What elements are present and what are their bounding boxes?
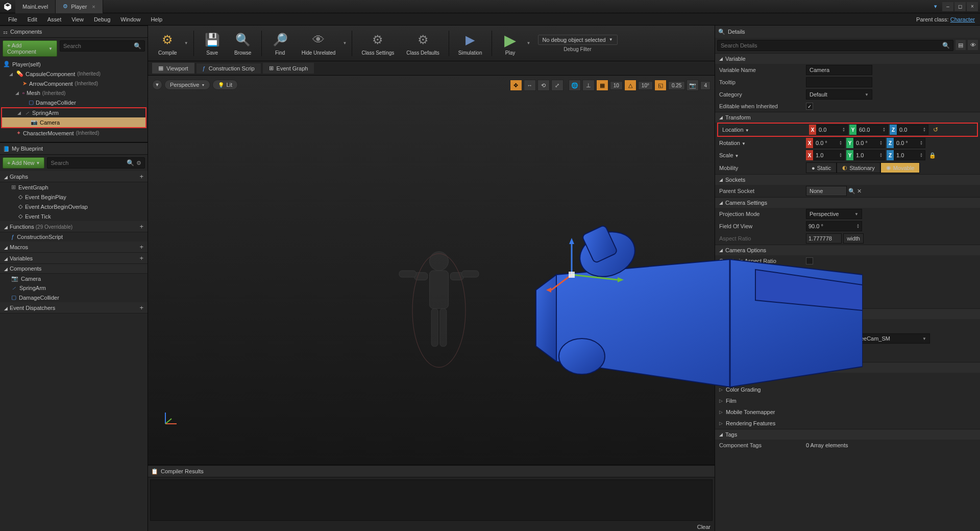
add-variable-button[interactable]: + [139,254,143,262]
rotation-y-input[interactable]: 0.0 °▲▼ [853,138,885,148]
browse-button[interactable]: 🔍Browse [229,29,257,58]
clear-socket-icon[interactable]: ✕ [857,188,862,195]
compiler-output[interactable] [150,479,713,521]
parent-socket-input[interactable] [806,186,847,196]
grid-snap-value[interactable]: 10 [610,81,623,90]
find-button[interactable]: 🔎Find [266,29,295,58]
search-input[interactable] [63,43,134,49]
category-camera-settings[interactable]: ◢Camera Settings [715,197,980,208]
editable-checkbox[interactable] [806,103,813,110]
grid-snap-button[interactable]: ▦ [596,80,608,91]
simulation-button[interactable]: ▶Simulation [453,29,487,58]
compile-dropdown[interactable]: ▼ [184,41,189,45]
tree-item-damagecollider[interactable]: ▢ DamageCollider [0,98,148,107]
expand-icon[interactable]: ◢ [17,110,22,115]
details-search[interactable]: 🔍 [717,40,953,51]
tab-eventgraph[interactable]: ⊞Event Graph [263,63,314,74]
play-button[interactable]: ▶Play [496,29,525,58]
scale-x-input[interactable]: 1.0▲▼ [813,150,845,160]
menu-debug[interactable]: Debug [89,15,115,24]
tree-item-camera[interactable]: 📷 Camera [2,117,145,127]
bp-var-camera[interactable]: 📷Camera [0,274,148,283]
search-socket-icon[interactable]: 🔍 [848,188,855,195]
add-component-button[interactable]: + Add Component▼ [3,40,57,57]
category-variable[interactable]: ◢Variable [715,53,980,64]
property-matrix-button[interactable]: ▤ [955,40,966,50]
search-input[interactable] [721,42,942,49]
pp-rendering-features[interactable]: ▷Rendering Features [715,418,980,429]
search-input[interactable] [51,160,127,166]
bp-var-springarm[interactable]: ⟋SpringArm [0,283,148,293]
settings-icon[interactable]: ⚙ [136,160,141,166]
add-graph-button[interactable]: + [139,173,143,180]
section-variables[interactable]: ◢Variables + [0,253,148,264]
section-functions[interactable]: ◢Functions (29 Overridable) + [0,221,148,232]
tree-item-capsule[interactable]: ◢ 💊 CapsuleComponent (Inherited) [0,69,148,79]
tree-item-charactermovement[interactable]: ✦ CharacterMovement (Inherited) [0,128,148,138]
maximize-button[interactable]: ◻ [954,2,966,11]
menu-edit[interactable]: Edit [22,15,42,24]
close-icon[interactable]: × [92,4,95,10]
tab-construction[interactable]: ƒConstruction Scrip [197,63,261,74]
category-tags[interactable]: ◢Tags [715,429,980,440]
angle-snap-value[interactable]: 10° [638,81,653,90]
tab-viewport[interactable]: ▦Viewport [152,63,194,74]
bp-constructionscript[interactable]: ƒConstructionScript [0,232,148,242]
rotation-z-input[interactable]: 0.0 °▲▼ [894,138,925,148]
tree-item-arrow[interactable]: ➤ ArrowComponent (Inherited) [0,79,148,88]
rotate-mode-button[interactable]: ⟲ [537,80,550,91]
category-sockets[interactable]: ◢Sockets [715,174,980,185]
lock-scale-icon[interactable]: 🔒 [929,152,936,159]
section-graphs[interactable]: ◢Graphs + [0,171,148,182]
location-z-input[interactable]: 0.0▲▼ [897,125,928,135]
menu-file[interactable]: File [3,15,22,24]
translate-mode-button[interactable]: ↔ [524,80,536,91]
scale-z-input[interactable]: 1.0▲▼ [894,150,925,160]
reset-location-button[interactable]: ↺ [933,126,938,133]
save-button[interactable]: 💾Save [198,29,227,58]
class-defaults-button[interactable]: ⚙Class Defaults [401,29,444,58]
section-macros[interactable]: ◢Macros + [0,242,148,253]
add-dispatcher-button[interactable]: + [139,304,143,311]
visibility-button[interactable]: 👁 [968,40,978,50]
angle-snap-button[interactable]: △ [624,80,636,91]
select-mode-button[interactable]: ✥ [510,80,522,91]
bp-event-beginplay[interactable]: ◇Event BeginPlay [0,192,148,202]
scale-mode-button[interactable]: ⤢ [551,80,564,91]
tab-mainlevel[interactable]: MainLevel [15,0,56,13]
play-dropdown[interactable]: ▼ [527,41,532,45]
menu-window[interactable]: Window [115,15,145,24]
menu-help[interactable]: Help [145,15,167,24]
tooltip-input[interactable] [806,77,872,87]
viewport-options-button[interactable]: ▼ [152,80,162,90]
mobility-stationary-button[interactable]: ◐Stationary [837,162,880,173]
scale-y-input[interactable]: 1.0▲▼ [853,150,885,160]
bp-var-damagecollider[interactable]: ▢DamageCollider [0,293,148,302]
lit-dropdown[interactable]: 💡Lit [212,80,238,90]
mobility-static-button[interactable]: ●Static [806,162,837,173]
viewport[interactable]: ▼ Perspective▼ 💡Lit ✥ ↔ ⟲ ⤢ 🌐 ⊥ ▦ 10 △ 1… [148,76,715,465]
debug-object-dropdown[interactable]: No debug object selected▼ [538,35,618,45]
camera-speed-button[interactable]: 📷 [687,80,699,91]
tab-player[interactable]: ⚙ Player × [56,0,103,13]
perspective-dropdown[interactable]: Perspective▼ [164,80,210,90]
location-y-input[interactable]: 60.0▲▼ [856,125,888,135]
camera-speed-value[interactable]: 4 [700,81,710,90]
components-search[interactable]: 🔍 [60,40,145,52]
category-dropdown[interactable]: Default▼ [806,89,872,100]
variable-name-input[interactable] [806,65,872,75]
dropdown-icon[interactable]: ▾ [934,3,937,10]
section-dispatchers[interactable]: ◢Event Dispatchers + [0,302,148,313]
tree-item-springarm[interactable]: ◢ ⟋ SpringArm [2,108,145,117]
section-components[interactable]: ◢Components [0,264,148,274]
hide-dropdown[interactable]: ▼ [342,41,348,45]
category-transform[interactable]: ◢Transform [715,112,980,123]
bp-event-tick[interactable]: ◇Event Tick [0,211,148,221]
add-new-button[interactable]: + Add New▼ [3,157,44,168]
scale-snap-value[interactable]: 0.25 [668,81,685,90]
surface-snap-button[interactable]: ⊥ [582,80,595,91]
minimize-button[interactable]: – [942,2,953,11]
add-function-button[interactable]: + [139,223,143,230]
menu-view[interactable]: View [66,15,89,24]
scale-snap-button[interactable]: ◱ [654,80,667,91]
